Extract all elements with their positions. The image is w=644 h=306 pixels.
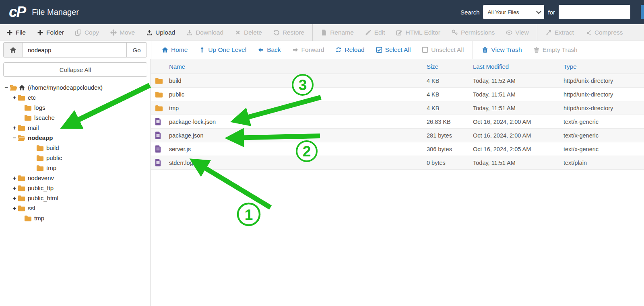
toolbar-button[interactable]: Download	[181, 24, 229, 41]
table-row[interactable]: public 4 KB Today, 11:51 AM httpd/unix-d…	[151, 88, 644, 101]
cell-size: 306 bytes	[427, 146, 473, 152]
path-home-button[interactable]	[3, 42, 23, 58]
column-header-name[interactable]: Name	[151, 63, 427, 70]
nav-button[interactable]: Forward	[287, 41, 330, 59]
table-row[interactable]: tmp 4 KB Today, 11:51 AM httpd/unix-dire…	[151, 101, 644, 115]
tree-item[interactable]: mail	[3, 123, 147, 133]
nav-button[interactable]: Select All	[370, 41, 417, 59]
tree-toggle[interactable]	[11, 124, 18, 131]
nav-button-icon	[376, 47, 382, 53]
path-input[interactable]	[23, 42, 127, 58]
file-name: build	[169, 78, 182, 84]
tree-toggle[interactable]	[3, 84, 10, 91]
tree-item[interactable]: public_html	[3, 193, 147, 203]
search-input[interactable]	[559, 5, 630, 19]
tree-item[interactable]: (/home/mynodeappcloudex)	[3, 82, 147, 92]
toolbar-button[interactable]: Restore	[268, 24, 310, 41]
cell-name: build	[151, 77, 427, 84]
tree-item[interactable]: nodeapp	[3, 133, 147, 143]
toolbar-button[interactable]: Rename	[312, 24, 359, 41]
folder-icon	[24, 215, 32, 222]
toolbar-button-icon	[506, 29, 512, 36]
nav-button[interactable]: Home	[156, 41, 193, 59]
tree-toggle[interactable]	[11, 185, 18, 191]
toolbar-button[interactable]: Delete	[229, 24, 268, 41]
content-area: Collapse All (/home/mynodeappcloudex)	[0, 59, 644, 306]
table-row[interactable]: server.js 306 bytes Oct 16, 2024, 2:05 A…	[151, 142, 644, 156]
tree-item-label: nodeapp	[28, 134, 53, 141]
search-submit-button[interactable]	[641, 5, 644, 19]
toolbar-button-icon	[235, 29, 241, 36]
nav-button-label: Up One Level	[208, 46, 246, 53]
nav-button[interactable]: Unselect All	[416, 41, 469, 59]
nav-button[interactable]: Reload	[330, 41, 370, 59]
folder-icon	[10, 84, 17, 91]
go-button[interactable]: Go	[127, 42, 147, 58]
nav-button[interactable]: Empty Trash	[528, 41, 583, 59]
cell-size: 26.83 KB	[427, 119, 473, 125]
column-header-type[interactable]: Type	[564, 63, 644, 70]
toolbar-button[interactable]: Upload	[140, 24, 181, 41]
nav-button-icon	[199, 47, 205, 53]
cell-modified: Oct 16, 2024, 2:00 AM	[473, 119, 564, 125]
tree-toggle[interactable]	[11, 175, 18, 181]
nav-button[interactable]: Back	[252, 41, 286, 59]
tree-item[interactable]: ssl	[3, 203, 147, 213]
tree-item-label: ssl	[28, 205, 35, 212]
file-name: server.js	[169, 146, 191, 152]
tree-toggle[interactable]	[11, 94, 18, 101]
search-scope-value: All Your Files	[487, 9, 519, 15]
file-type-icon	[155, 77, 163, 84]
toolbar-button[interactable]: Move	[105, 24, 140, 41]
nav-button-icon	[533, 47, 540, 53]
toolbar-button-label: Copy	[85, 29, 99, 36]
file-manager-app: cP File Manager Search All Your Files fo…	[0, 0, 644, 306]
toolbar-button[interactable]: Copy	[70, 24, 105, 41]
folder-icon	[36, 165, 44, 171]
column-header-modified[interactable]: Last Modified	[473, 63, 564, 70]
toolbar-button[interactable]: HTML Editor	[390, 24, 446, 41]
search-scope-select[interactable]: All Your Files	[483, 5, 544, 19]
tree-item[interactable]: etc	[3, 92, 147, 103]
nav-button-icon	[258, 47, 264, 53]
toolbar-button-label: Folder	[46, 29, 64, 36]
table-row[interactable]: stderr.log 0 bytes Today, 11:51 AM text/…	[151, 156, 644, 170]
toolbar-button[interactable]: Extract	[537, 24, 580, 41]
home-icon	[19, 84, 25, 91]
tree-item[interactable]: build	[3, 143, 147, 153]
cell-modified: Today, 11:51 AM	[473, 91, 564, 98]
tree-item-label: public_html	[28, 195, 58, 201]
toolbar-button[interactable]: View	[500, 24, 534, 41]
tree-item[interactable]: logs	[3, 103, 147, 113]
toolbar-button[interactable]: Compress	[580, 24, 629, 41]
toolbar-button[interactable]: Folder	[31, 24, 70, 41]
toolbar-button[interactable]: Edit	[359, 24, 391, 41]
cell-modified: Today, 11:51 AM	[473, 160, 564, 166]
cell-name: server.js	[151, 145, 427, 153]
folder-icon	[24, 105, 32, 111]
nav-button[interactable]: View Trash	[473, 41, 527, 59]
cell-size: 281 bytes	[427, 132, 473, 139]
toolbar-button[interactable]: Permissions	[446, 24, 500, 41]
table-row[interactable]: build 4 KB Today, 11:52 AM httpd/unix-di…	[151, 74, 644, 88]
table-row[interactable]: package.json 281 bytes Oct 16, 2024, 2:0…	[151, 129, 644, 142]
file-name: package.json	[169, 132, 203, 139]
tree-toggle[interactable]	[11, 205, 18, 212]
tree-item-label: public_ftp	[28, 185, 54, 191]
tree-item[interactable]: nodevenv	[3, 173, 147, 183]
collapse-all-button[interactable]: Collapse All	[3, 62, 147, 77]
tree-item[interactable]: tmp	[3, 213, 147, 223]
folder-icon	[36, 145, 44, 151]
column-header-size[interactable]: Size	[427, 63, 473, 70]
tree-toggle[interactable]	[11, 134, 18, 141]
table-row[interactable]: package-lock.json 26.83 KB Oct 16, 2024,…	[151, 115, 644, 129]
nav-button[interactable]: Up One Level	[193, 41, 252, 59]
tree-item[interactable]: public	[3, 153, 147, 163]
tree-item[interactable]: tmp	[3, 163, 147, 173]
tree-item[interactable]: lscache	[3, 113, 147, 123]
tree-item[interactable]: public_ftp	[3, 183, 147, 193]
search-label: Search	[460, 9, 480, 16]
tree-toggle[interactable]	[11, 195, 18, 201]
toolbar-button[interactable]: File	[1, 24, 31, 41]
cell-type: httpd/unix-directory	[564, 105, 644, 111]
